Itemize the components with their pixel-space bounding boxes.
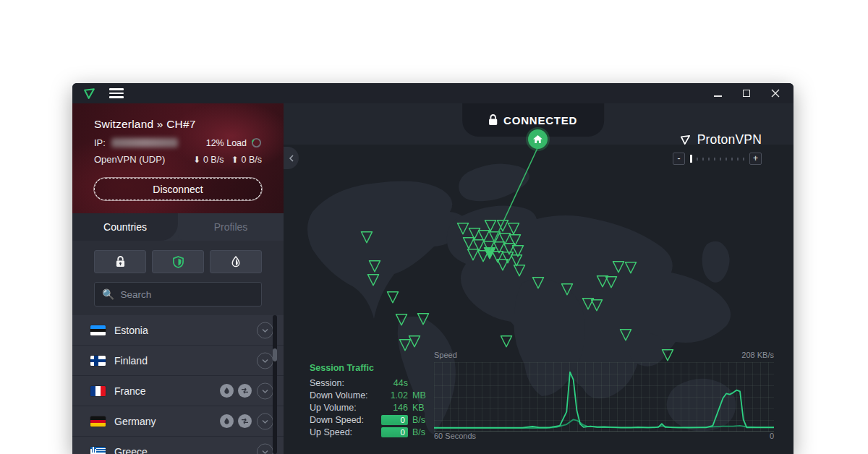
country-flag-icon — [90, 356, 106, 366]
p2p-feature-icon — [241, 418, 249, 424]
country-flag-icon — [90, 447, 106, 454]
protocol-label: OpenVPN (UDP) — [94, 154, 165, 165]
connection-panel: Switzerland » CH#7 IP: 12% Load — [72, 103, 284, 213]
session-row-label: Session: — [310, 378, 344, 388]
country-row[interactable]: Finland — [72, 346, 284, 376]
chevron-down-icon — [262, 359, 268, 363]
ip-redacted-value — [111, 138, 178, 147]
speed-chart: Speed 208 KB/s 60 Seconds 0 — [434, 351, 774, 445]
session-row-label: Down Speed: — [310, 415, 364, 425]
session-row-unit: B/s — [412, 427, 431, 437]
p2p-feature-badge[interactable] — [238, 414, 252, 428]
chevron-down-icon — [262, 328, 268, 333]
expand-country-button[interactable] — [257, 413, 273, 429]
country-row[interactable]: Estonia — [72, 315, 284, 346]
secure-core-lock-icon — [116, 256, 125, 267]
country-flag-icon — [90, 416, 106, 427]
search-box: 🔍 — [94, 282, 262, 307]
list-scrollbar-thumb[interactable] — [273, 348, 277, 361]
country-row[interactable]: Germany — [72, 406, 284, 437]
zoom-slider-tick — [714, 158, 715, 160]
zoom-slider-tick — [731, 158, 733, 160]
country-name: Estonia — [114, 325, 148, 336]
download-arrow-icon: ⬇ — [193, 155, 200, 165]
session-row-unit: KB — [412, 403, 431, 413]
chevron-down-icon — [262, 419, 268, 424]
window-controls — [712, 88, 786, 98]
ip-label: IP: — [94, 137, 106, 148]
session-row-value: 44s — [393, 378, 408, 388]
disconnect-button[interactable]: Disconnect — [94, 178, 262, 200]
p2p-feature-badge[interactable] — [238, 384, 252, 398]
country-row[interactable]: France — [72, 376, 284, 406]
download-rate: 0 B/s — [203, 155, 224, 165]
server-marker[interactable] — [501, 336, 512, 347]
tor-feature-badge[interactable] — [220, 414, 234, 428]
chart-ymin-label: 0 — [770, 432, 774, 442]
search-icon: 🔍 — [102, 288, 114, 300]
protonvpn-window: Switzerland » CH#7 IP: 12% Load — [72, 83, 793, 454]
close-icon — [771, 89, 780, 98]
search-input[interactable] — [120, 289, 254, 300]
tor-feature-icon — [223, 387, 231, 395]
session-row-unit: MB — [412, 390, 431, 401]
country-flag-icon — [90, 386, 106, 396]
map-zoom-control: - + — [673, 153, 762, 165]
session-row-label: Up Volume: — [310, 403, 357, 413]
tor-feature-badge[interactable] — [220, 384, 234, 398]
brand-triangle-icon — [679, 134, 692, 146]
lock-icon — [488, 114, 498, 126]
page: Switzerland » CH#7 IP: 12% Load — [0, 0, 868, 454]
session-row-label: Up Speed: — [310, 427, 352, 437]
map-brand: ProtonVPN — [679, 132, 762, 147]
free-servers-filter-button[interactable] — [152, 250, 204, 273]
zoom-slider-tick — [720, 158, 721, 160]
tab-countries[interactable]: Countries — [72, 213, 178, 241]
close-button[interactable] — [770, 88, 780, 98]
expand-country-button[interactable] — [257, 322, 273, 338]
free-shield-icon — [173, 256, 184, 268]
server-name: Switzerland » CH#7 — [94, 118, 262, 131]
tor-servers-filter-button[interactable] — [210, 250, 262, 273]
session-row-value: 0 — [381, 427, 408, 437]
chevron-down-icon — [262, 389, 268, 393]
minimize-button[interactable] — [712, 88, 723, 98]
chevron-down-icon — [262, 450, 268, 454]
zoom-out-button[interactable]: - — [673, 153, 685, 165]
protonvpn-logo-icon — [82, 87, 96, 100]
tor-icon — [231, 256, 240, 267]
sidebar: Switzerland » CH#7 IP: 12% Load — [72, 103, 284, 454]
list-scrollbar[interactable] — [273, 315, 277, 454]
zoom-slider[interactable] — [690, 155, 744, 163]
session-row-value: 0 — [381, 415, 408, 425]
server-marker[interactable] — [388, 292, 399, 303]
session-row: Down Speed: 0 B/s — [310, 414, 431, 426]
status-text: CONNECTED — [503, 114, 577, 127]
chart-ymax-label: 208 KB/s — [741, 351, 774, 361]
connected-home-pin[interactable] — [528, 129, 548, 149]
session-row: Session: 44s — [310, 377, 431, 389]
session-row-unit: B/s — [412, 415, 431, 425]
p2p-feature-icon — [241, 387, 249, 394]
maximize-button[interactable] — [741, 88, 752, 98]
secure-core-filter-button[interactable] — [94, 250, 146, 273]
load-gauge-icon — [251, 137, 262, 148]
zoom-slider-handle[interactable] — [690, 155, 692, 163]
session-row: Down Volume: 1.02 MB — [310, 389, 431, 401]
country-row[interactable]: Greece — [72, 437, 284, 454]
hamburger-menu-icon[interactable] — [109, 86, 124, 100]
upload-rate: 0 B/s — [242, 155, 263, 165]
country-name: Germany — [114, 416, 156, 427]
expand-country-button[interactable] — [257, 352, 273, 369]
expand-country-button[interactable] — [257, 382, 273, 399]
expand-country-button[interactable] — [257, 443, 273, 454]
session-row-label: Down Volume: — [310, 390, 368, 401]
country-list: Estonia Finland France Germany — [72, 315, 284, 454]
upload-arrow-icon: ⬆ — [231, 155, 238, 165]
tab-profiles[interactable]: Profiles — [178, 213, 284, 241]
sidebar-tabs: Countries Profiles — [72, 213, 284, 241]
brand-name: ProtonVPN — [697, 132, 762, 147]
country-name: Greece — [114, 446, 148, 454]
zoom-in-button[interactable]: + — [749, 153, 762, 165]
zoom-slider-tick — [743, 158, 744, 160]
